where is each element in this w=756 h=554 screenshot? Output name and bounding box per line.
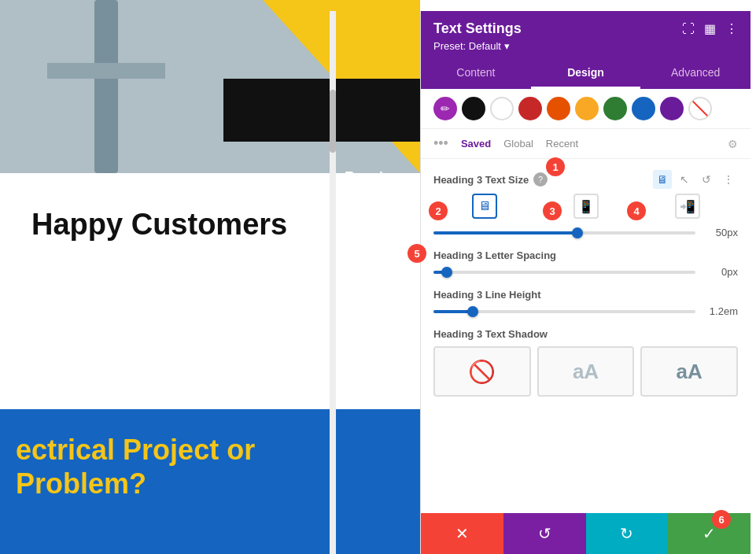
text-shadow-label-row: Heading 3 Text Shadow <box>433 328 738 340</box>
more-options-icon[interactable]: ⋮ <box>725 21 738 36</box>
size-slider-row: 50px <box>433 227 738 238</box>
black-overlay: Repairs (255) 3 <box>223 79 420 142</box>
cancel-button[interactable]: ✕ <box>421 513 503 554</box>
more-icon[interactable]: ⋮ <box>719 170 738 189</box>
desktop-icon[interactable]: 🖥 <box>653 170 672 189</box>
redo-icon: ↻ <box>620 524 633 543</box>
dark-shadow-text: aA <box>677 360 703 384</box>
badge-6: 6 <box>712 510 731 529</box>
light-shadow-text: aA <box>573 360 599 384</box>
desktop-circle-inner: 🖥 <box>472 194 497 219</box>
panel-tabs: Content Design Advanced <box>421 58 750 89</box>
red-swatch[interactable] <box>518 97 542 120</box>
shadow-options: 🚫 aA aA <box>433 346 738 397</box>
recent-btn[interactable]: Recent <box>546 138 578 150</box>
light-shadow-option[interactable]: aA <box>537 346 635 397</box>
letter-spacing-value: 0px <box>703 266 738 278</box>
badge-1: 1 <box>546 157 565 176</box>
preset-arrow: ▾ <box>504 40 510 52</box>
heading-size-label-row: Heading 3 Text Size ? 🖥 ↖ ↺ ⋮ <box>433 170 738 189</box>
size-slider-value: 50px <box>703 227 738 238</box>
gear-icon[interactable]: ⚙ <box>728 138 738 150</box>
panel-preset[interactable]: Preset: Default ▾ <box>433 40 738 52</box>
size-slider-fill <box>433 231 577 235</box>
badge-5: 5 <box>408 244 426 263</box>
letter-spacing-slider-row: 0px <box>433 266 738 278</box>
green-swatch[interactable] <box>603 97 627 120</box>
bottom-toolbar: ✕ ↺ ↻ ✓ <box>421 513 750 554</box>
global-btn[interactable]: Global <box>503 138 533 150</box>
repairs-text: Repairs <box>345 169 396 173</box>
letter-spacing-track[interactable] <box>433 271 695 274</box>
black-swatch[interactable] <box>462 97 485 120</box>
blue-heading-line2: Problem? <box>16 467 146 500</box>
pencil-swatch[interactable]: ✏ <box>433 97 457 120</box>
panel-header: Text Settings ⛶ ▦ ⋮ Preset: Default ▾ <box>421 11 750 58</box>
badge-3: 3 <box>543 201 562 220</box>
happy-heading: Happy Customers <box>31 208 287 242</box>
dark-shadow-option[interactable]: aA <box>640 346 738 397</box>
mobile-circle-inner: 📲 <box>675 194 700 219</box>
desktop-circle[interactable]: 🖥 <box>433 194 535 219</box>
undo-button[interactable]: ↺ <box>503 513 586 554</box>
expand-icon[interactable]: ⛶ <box>682 22 695 36</box>
panel-title-row: Text Settings ⛶ ▦ ⋮ <box>433 20 738 37</box>
settings-body: Heading 3 Text Size ? 🖥 ↖ ↺ ⋮ 🖥 📱 📲 <box>421 159 750 513</box>
scroll-track[interactable] <box>330 11 336 554</box>
device-icons: 🖥 ↖ ↺ ⋮ <box>653 170 738 189</box>
pipe-vertical <box>94 0 118 173</box>
white-swatch[interactable] <box>490 97 514 120</box>
cancel-icon: ✕ <box>455 524 469 543</box>
settings-panel: Text Settings ⛶ ▦ ⋮ Preset: Default ▾ Co… <box>420 11 750 554</box>
undo-icon: ↺ <box>538 524 551 543</box>
preset-label: Preset: Default <box>433 40 501 52</box>
line-height-label-row: Heading 3 Line Height <box>433 289 738 301</box>
no-shadow-option[interactable]: 🚫 <box>433 346 531 397</box>
line-height-track[interactable] <box>433 310 695 313</box>
dots-icon[interactable]: ••• <box>433 135 448 152</box>
happy-section: Happy Customers <box>0 181 420 268</box>
line-height-value: 1.2em <box>703 305 738 317</box>
heading-size-label: Heading 3 Text Size <box>433 174 529 186</box>
device-row: 🖥 📱 📲 <box>433 194 738 219</box>
no-shadow-icon: 🚫 <box>468 359 496 385</box>
tab-content[interactable]: Content <box>421 58 531 89</box>
no-color-swatch[interactable] <box>688 97 712 120</box>
tablet-circle-inner: 📱 <box>573 194 599 219</box>
letter-spacing-label-row: Heading 3 Letter Spacing <box>433 249 738 261</box>
columns-icon[interactable]: ▦ <box>704 21 716 36</box>
blue-section: ectrical Project or Problem? <box>0 409 420 554</box>
letter-spacing-thumb <box>441 267 452 278</box>
blue-heading-line1: ectrical Project or <box>16 434 255 466</box>
scroll-thumb[interactable] <box>330 90 336 153</box>
blue-heading: ectrical Project or Problem? <box>16 433 404 500</box>
cursor-icon[interactable]: ↖ <box>675 170 694 189</box>
panel-title: Text Settings <box>433 20 522 37</box>
tab-advanced[interactable]: Advanced <box>640 58 750 89</box>
pipe-horizontal <box>47 63 165 79</box>
saved-btn[interactable]: Saved <box>461 138 491 150</box>
panel-title-icons: ⛶ ▦ ⋮ <box>682 21 738 36</box>
size-slider-track[interactable] <box>433 231 695 235</box>
orange-swatch[interactable] <box>547 97 570 120</box>
top-image-area: Repairs (255) 3 <box>0 0 420 173</box>
size-slider-thumb <box>572 227 583 238</box>
tab-design[interactable]: Design <box>531 58 641 89</box>
mobile-circle[interactable]: 📲 <box>636 194 738 219</box>
blue-swatch[interactable] <box>632 97 655 120</box>
save-button[interactable]: ✓ <box>668 513 750 554</box>
line-height-slider-row: 1.2em <box>433 305 738 317</box>
text-shadow-label: Heading 3 Text Shadow <box>433 328 548 340</box>
save-icon: ✓ <box>703 524 716 543</box>
letter-spacing-label: Heading 3 Letter Spacing <box>433 249 556 261</box>
line-height-label: Heading 3 Line Height <box>433 289 541 301</box>
badge-2: 2 <box>429 201 448 220</box>
reset-icon[interactable]: ↺ <box>697 170 716 189</box>
info-badge[interactable]: ? <box>533 172 548 187</box>
line-height-thumb <box>467 306 478 317</box>
yellow-swatch[interactable] <box>575 97 599 120</box>
saved-row: ••• Saved Global Recent ⚙ <box>421 129 750 159</box>
redo-button[interactable]: ↻ <box>586 513 669 554</box>
badge-4: 4 <box>627 201 646 220</box>
purple-swatch[interactable] <box>660 97 684 120</box>
